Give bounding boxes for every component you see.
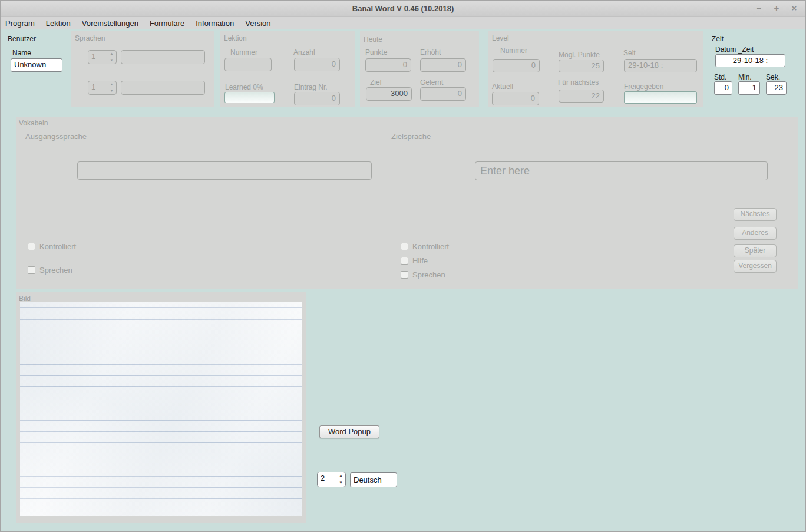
menubar: Program Lektion Voreinstellungen Formula… <box>1 17 805 29</box>
source-kontrolliert-row: Kontrolliert <box>28 242 76 251</box>
heute-title: Heute <box>364 35 382 44</box>
target-sprechen-row: Sprechen <box>401 270 445 279</box>
sprachen-spinner-1-value: 1 <box>88 51 107 64</box>
sprachen-title: Sprachen <box>75 34 105 42</box>
learned-label: Learned 0% <box>225 83 263 91</box>
name-field[interactable]: Unknown <box>11 58 62 72</box>
spin-down-icon[interactable]: ▼ <box>107 88 116 94</box>
menu-program[interactable]: Program <box>5 19 35 28</box>
learned-progress-field[interactable] <box>224 92 275 103</box>
min-label: Min. <box>738 73 752 81</box>
punkte-label: Punkte <box>365 48 387 57</box>
word-popup-button[interactable]: Word Popup <box>319 425 379 438</box>
erhoeht-label: Erhöht <box>420 48 441 57</box>
level-panel: Level Nummer 0 Mögl. Punkte 25 Seit 29-1… <box>488 31 703 107</box>
eintrag-label: Eintrag Nr. <box>294 83 328 91</box>
vokabeln-panel: Vokabeln Ausgangssprache Zielsprache Kon… <box>16 117 798 289</box>
sprachen-panel: Sprachen 1 ▲▼ 1 ▲▼ <box>71 31 214 107</box>
gelernt-field: 0 <box>420 87 466 101</box>
sprachen-spinner-1[interactable]: 1 ▲▼ <box>88 50 117 64</box>
vergessen-button[interactable]: Vergessen <box>734 260 777 273</box>
spaeter-button[interactable]: Später <box>734 244 777 257</box>
target-kontrolliert-checkbox[interactable] <box>401 243 408 250</box>
std-field[interactable]: 0 <box>714 81 732 95</box>
titlebar: Banal Word V 0.46 (10.2018) − + × <box>1 1 805 17</box>
menu-formulare[interactable]: Formulare <box>150 19 184 28</box>
menu-lektion[interactable]: Lektion <box>46 19 71 28</box>
lined-paper-image <box>20 302 302 516</box>
spin-up-icon[interactable]: ▲ <box>336 472 345 480</box>
sprachen-spinner-2[interactable]: 1 ▲▼ <box>88 81 117 95</box>
seit-field: 29-10-18 : 18:30:06 <box>624 59 697 72</box>
source-sprechen-label: Sprechen <box>39 266 72 275</box>
ausgangssprache-label: Ausgangssprache <box>25 132 87 141</box>
spin-up-icon[interactable]: ▲ <box>107 51 116 57</box>
source-kontrolliert-checkbox[interactable] <box>28 243 35 250</box>
menu-information[interactable]: Information <box>196 19 234 28</box>
spin-up-icon[interactable]: ▲ <box>107 81 116 88</box>
eintrag-field: 0 <box>294 92 340 105</box>
anderes-button[interactable]: Anderes <box>734 227 777 240</box>
source-sprechen-checkbox[interactable] <box>28 266 35 274</box>
sprachen-spinner-2-arrows[interactable]: ▲▼ <box>107 81 116 94</box>
naechstes-button[interactable]: Nächstes <box>734 208 777 221</box>
target-sprechen-checkbox[interactable] <box>401 271 408 279</box>
datum-zeit-label: Datum _Zeit <box>715 45 754 54</box>
language-number-spinner[interactable]: 2 ▲▼ <box>317 472 346 487</box>
erhoeht-field: 0 <box>420 58 466 72</box>
level-nummer-field: 0 <box>493 59 540 72</box>
fuer-naechstes-label: Für nächstes <box>558 78 599 87</box>
aktuell-label: Aktuell <box>492 82 513 91</box>
sek-field[interactable]: 23 <box>766 81 787 95</box>
language-number-value: 2 <box>318 472 336 487</box>
ziel-label: Ziel <box>370 78 381 87</box>
ziel-field: 3000 <box>366 87 412 101</box>
freigegeben-field[interactable] <box>624 91 697 104</box>
target-hilfe-label: Hilfe <box>412 256 428 265</box>
language-name-field[interactable]: Deutsch <box>350 472 397 487</box>
source-word-field[interactable] <box>77 161 372 180</box>
std-label: Std. <box>714 73 726 81</box>
sprachen-spinner-1-arrows[interactable]: ▲▼ <box>107 51 116 64</box>
zielsprache-label: Zielsprache <box>391 132 431 141</box>
bild-panel: Bild <box>16 292 306 523</box>
lektion-panel: Lektion Nummer Anzahl 0 Learned 0% Eintr… <box>220 31 355 107</box>
lektion-title: Lektion <box>224 34 247 42</box>
language-number-arrows[interactable]: ▲▼ <box>336 472 345 487</box>
target-hilfe-checkbox[interactable] <box>401 257 408 265</box>
fuer-naechstes-field: 22 <box>559 90 604 103</box>
target-kontrolliert-label: Kontrolliert <box>412 242 449 251</box>
punkte-field: 0 <box>365 58 411 72</box>
source-sprechen-row: Sprechen <box>28 266 72 275</box>
vokabeln-title: Vokabeln <box>19 119 48 127</box>
spin-down-icon[interactable]: ▼ <box>336 480 345 487</box>
heute-panel: Heute Punkte 0 Erhöht 0 Ziel 3000 Gelern… <box>360 31 479 107</box>
anzahl-field: 0 <box>294 58 340 71</box>
target-hilfe-row: Hilfe <box>401 256 428 265</box>
datum-zeit-field[interactable]: 29-10-18 : 18:31:29 <box>715 54 785 67</box>
app-window: Banal Word V 0.46 (10.2018) − + × Progra… <box>0 0 806 532</box>
level-nummer-label: Nummer <box>500 47 527 55</box>
source-kontrolliert-label: Kontrolliert <box>39 242 76 251</box>
target-sprechen-label: Sprechen <box>412 270 445 279</box>
zeit-group: Zeit Datum _Zeit 29-10-18 : 18:31:29 Std… <box>708 31 802 107</box>
name-label: Name <box>12 49 31 57</box>
sprachen-field-2 <box>121 81 205 95</box>
close-icon[interactable]: × <box>789 3 800 14</box>
freigegeben-label: Freigegeben <box>624 82 663 91</box>
target-word-input[interactable] <box>475 161 768 180</box>
bild-title: Bild <box>19 295 31 303</box>
level-title: Level <box>492 34 509 42</box>
moegl-punkte-label: Mögl. Punkte <box>559 51 600 59</box>
moegl-punkte-field: 25 <box>559 60 604 72</box>
sprachen-field-1 <box>121 50 205 64</box>
nummer-label: Nummer <box>230 48 257 57</box>
maximize-icon[interactable]: + <box>771 3 782 14</box>
menu-voreinstellungen[interactable]: Voreinstellungen <box>82 19 138 28</box>
spin-down-icon[interactable]: ▼ <box>107 57 116 64</box>
anzahl-label: Anzahl <box>293 48 315 57</box>
min-field[interactable]: 1 <box>738 81 760 95</box>
minimize-icon[interactable]: − <box>754 3 764 14</box>
menu-version[interactable]: Version <box>245 19 270 28</box>
sprachen-spinner-2-value: 1 <box>88 81 107 94</box>
